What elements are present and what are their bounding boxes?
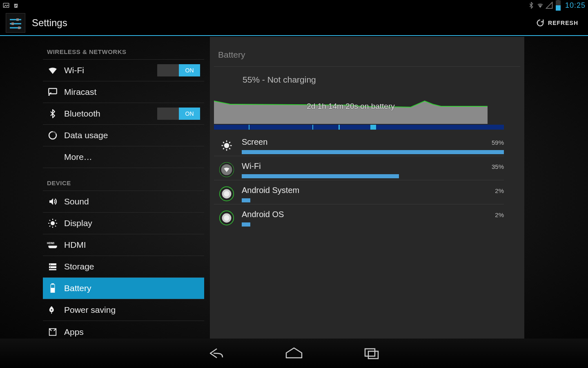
sidebar-item-label: Data usage bbox=[64, 130, 200, 140]
usage-pct: 59% bbox=[492, 139, 504, 146]
usage-bar bbox=[242, 174, 504, 178]
svg-rect-32 bbox=[51, 312, 52, 314]
nav-recent-button[interactable] bbox=[359, 345, 384, 361]
sidebar-item-storage[interactable]: Storage bbox=[43, 256, 204, 278]
sidebar-item-label: Apps bbox=[64, 327, 200, 337]
sidebar-item-label: Display bbox=[64, 218, 200, 228]
sidebar-item-data-usage[interactable]: Data usage bbox=[43, 125, 204, 146]
recent-apps-icon bbox=[363, 347, 380, 359]
svg-line-41 bbox=[223, 148, 224, 149]
usage-bar bbox=[242, 222, 504, 227]
back-icon bbox=[208, 347, 225, 359]
usage-pct: 35% bbox=[492, 163, 504, 170]
body-area: WIRELESS & NETWORKS Wi-Fi ON Miracast Bl… bbox=[0, 37, 588, 339]
status-bar-right: 10:25 bbox=[528, 1, 586, 10]
svg-line-19 bbox=[55, 226, 56, 227]
svg-point-34 bbox=[224, 143, 229, 148]
shopping-bag-icon bbox=[12, 2, 20, 9]
toggle-knob-label: ON bbox=[179, 108, 200, 120]
usage-name: Wi-Fi bbox=[242, 162, 261, 171]
android-system-usage-icon bbox=[218, 185, 235, 202]
data-usage-icon bbox=[47, 130, 58, 141]
sidebar-item-power-saving[interactable]: Power saving bbox=[43, 299, 204, 321]
svg-point-48 bbox=[224, 191, 229, 196]
status-bar-left bbox=[2, 2, 20, 9]
status-bar: 10:25 bbox=[0, 0, 588, 11]
usage-name: Screen bbox=[242, 137, 267, 147]
main-column: Battery 55% - Not charging 2d 1h 14m 20s… bbox=[204, 37, 588, 339]
navigation-bar bbox=[0, 339, 588, 368]
display-icon bbox=[47, 218, 58, 229]
usage-bar bbox=[242, 150, 504, 154]
svg-line-21 bbox=[55, 220, 56, 221]
usage-pct: 2% bbox=[495, 187, 504, 194]
miracast-icon bbox=[47, 86, 58, 98]
bluetooth-toggle[interactable]: ON bbox=[157, 108, 200, 120]
section-header-device: DEVICE bbox=[43, 168, 204, 191]
refresh-label: REFRESH bbox=[548, 20, 578, 26]
sidebar-item-display[interactable]: Display bbox=[43, 213, 204, 234]
home-icon bbox=[285, 347, 303, 359]
svg-point-11 bbox=[49, 94, 50, 96]
svg-rect-29 bbox=[51, 283, 54, 284]
svg-line-20 bbox=[49, 226, 50, 227]
app-title: Settings bbox=[32, 17, 67, 29]
svg-rect-5 bbox=[16, 18, 19, 21]
sidebar-item-label: Storage bbox=[64, 262, 200, 272]
wifi-toggle[interactable]: ON bbox=[157, 64, 200, 76]
svg-rect-25 bbox=[49, 269, 56, 270]
settings-app-icon[interactable] bbox=[6, 13, 25, 33]
bluetooth-icon bbox=[47, 108, 58, 119]
usage-row-wifi[interactable]: Wi-Fi 35% bbox=[214, 156, 504, 180]
battery-panel: Battery 55% - Not charging 2d 1h 14m 20s… bbox=[210, 37, 524, 339]
svg-point-27 bbox=[50, 267, 51, 268]
app-header: Settings REFRESH bbox=[0, 11, 588, 36]
svg-line-42 bbox=[229, 142, 230, 143]
section-header-wireless: WIRELESS & NETWORKS bbox=[43, 37, 204, 60]
refresh-button[interactable]: REFRESH bbox=[532, 14, 582, 31]
battery-graph[interactable]: 2d 1h 14m 20s on battery bbox=[214, 92, 504, 124]
usage-name: Android System bbox=[242, 186, 299, 195]
toggle-knob-label: ON bbox=[179, 64, 200, 76]
sound-icon bbox=[47, 196, 58, 207]
svg-text:HDMI: HDMI bbox=[47, 242, 54, 245]
signal-status-icon bbox=[546, 2, 553, 9]
svg-point-13 bbox=[51, 221, 55, 225]
sidebar-item-label: Miracast bbox=[64, 87, 200, 97]
nav-home-button[interactable] bbox=[282, 345, 306, 361]
svg-rect-3 bbox=[557, 0, 559, 0]
svg-rect-53 bbox=[368, 351, 378, 359]
nav-back-button[interactable] bbox=[204, 345, 229, 361]
usage-row-android-system[interactable]: Android System 2% bbox=[214, 180, 504, 204]
battery-status-icon bbox=[555, 2, 562, 9]
battery-icon bbox=[47, 283, 58, 294]
svg-rect-9 bbox=[18, 27, 20, 29]
power-saving-icon bbox=[47, 304, 58, 316]
sidebar-item-hdmi[interactable]: HDMI HDMI bbox=[43, 234, 204, 256]
picture-icon bbox=[2, 2, 10, 9]
svg-line-18 bbox=[49, 220, 50, 221]
battery-graph-svg bbox=[214, 92, 488, 124]
svg-point-31 bbox=[51, 309, 52, 311]
svg-point-26 bbox=[50, 264, 51, 265]
sidebar-item-battery[interactable]: Battery bbox=[43, 278, 204, 299]
screen-usage-icon bbox=[218, 137, 235, 154]
svg-rect-30 bbox=[51, 285, 55, 288]
sidebar-item-more[interactable]: More… bbox=[43, 146, 204, 168]
refresh-icon bbox=[536, 18, 545, 27]
usage-row-android-os[interactable]: Android OS 2% bbox=[214, 204, 504, 228]
sidebar-item-sound[interactable]: Sound bbox=[43, 191, 204, 213]
sidebar-item-wifi[interactable]: Wi-Fi ON bbox=[43, 60, 204, 81]
sidebar-item-label: Power saving bbox=[64, 305, 200, 315]
status-clock: 10:25 bbox=[565, 1, 586, 10]
android-os-usage-icon bbox=[218, 209, 235, 227]
battery-status-line: 55% - Not charging bbox=[214, 67, 520, 92]
sidebar-item-bluetooth[interactable]: Bluetooth ON bbox=[43, 103, 204, 125]
sidebar-item-miracast[interactable]: Miracast bbox=[43, 81, 204, 103]
usage-row-screen[interactable]: Screen 59% bbox=[214, 132, 504, 156]
battery-timeline-strip bbox=[214, 125, 504, 130]
svg-line-39 bbox=[223, 142, 224, 143]
sidebar-item-apps[interactable]: Apps bbox=[43, 321, 204, 339]
usage-bar bbox=[242, 198, 504, 202]
wifi-usage-icon bbox=[218, 161, 235, 178]
